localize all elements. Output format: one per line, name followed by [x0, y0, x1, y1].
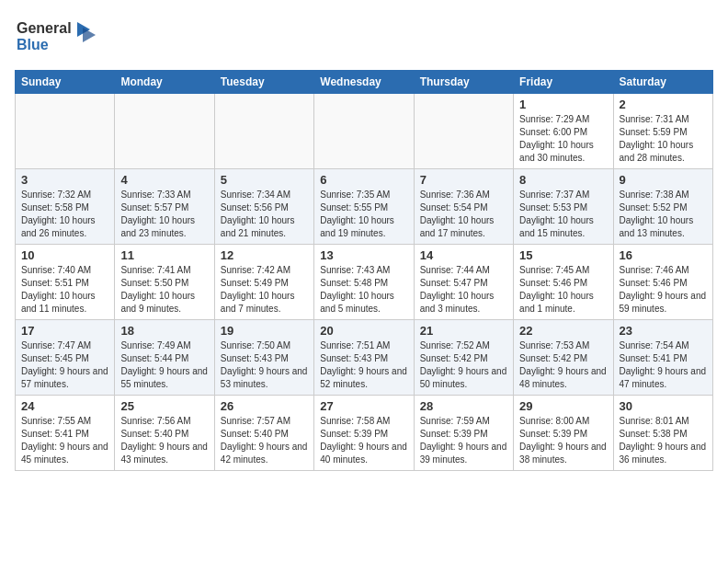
day-number: 20 [320, 324, 407, 338]
day-cell: 4Sunrise: 7:33 AM Sunset: 5:57 PM Daylig… [115, 169, 214, 245]
day-cell [314, 94, 414, 169]
day-cell: 27Sunrise: 7:58 AM Sunset: 5:39 PM Dayli… [314, 396, 414, 471]
day-info: Sunrise: 7:42 AM Sunset: 5:49 PM Dayligh… [221, 264, 308, 316]
day-number: 4 [120, 173, 208, 187]
svg-text:General: General [17, 20, 72, 36]
day-number: 27 [320, 399, 407, 413]
day-info: Sunrise: 7:54 AM Sunset: 5:41 PM Dayligh… [620, 339, 707, 391]
day-number: 17 [21, 324, 108, 338]
day-info: Sunrise: 7:35 AM Sunset: 5:55 PM Dayligh… [320, 189, 407, 240]
day-number: 12 [221, 248, 308, 262]
day-cell: 17Sunrise: 7:47 AM Sunset: 5:45 PM Dayli… [16, 320, 115, 396]
svg-text:Blue: Blue [17, 37, 49, 52]
week-row-5: 24Sunrise: 7:55 AM Sunset: 5:41 PM Dayli… [16, 396, 713, 471]
day-cell: 14Sunrise: 7:44 AM Sunset: 5:47 PM Dayli… [414, 245, 513, 320]
day-number: 2 [620, 98, 707, 111]
page: General Blue SundayMondayTuesdayWednesda… [0, 0, 728, 486]
day-cell: 24Sunrise: 7:55 AM Sunset: 5:41 PM Dayli… [16, 396, 115, 471]
day-info: Sunrise: 7:49 AM Sunset: 5:44 PM Dayligh… [120, 339, 208, 391]
day-cell: 3Sunrise: 7:32 AM Sunset: 5:58 PM Daylig… [16, 169, 115, 245]
day-info: Sunrise: 7:58 AM Sunset: 5:39 PM Dayligh… [320, 415, 407, 466]
day-info: Sunrise: 8:00 AM Sunset: 5:39 PM Dayligh… [519, 415, 607, 466]
day-number: 1 [519, 98, 607, 111]
day-info: Sunrise: 7:55 AM Sunset: 5:41 PM Dayligh… [21, 415, 108, 466]
day-cell: 22Sunrise: 7:53 AM Sunset: 5:42 PM Dayli… [514, 320, 613, 396]
day-number: 25 [120, 399, 208, 413]
day-number: 23 [620, 324, 707, 338]
day-info: Sunrise: 7:38 AM Sunset: 5:52 PM Dayligh… [620, 189, 707, 240]
day-cell: 16Sunrise: 7:46 AM Sunset: 5:46 PM Dayli… [613, 245, 712, 320]
day-cell: 25Sunrise: 7:56 AM Sunset: 5:40 PM Dayli… [115, 396, 214, 471]
header-row: SundayMondayTuesdayWednesdayThursdayFrid… [16, 71, 713, 94]
day-info: Sunrise: 7:41 AM Sunset: 5:50 PM Dayligh… [120, 264, 208, 316]
day-number: 22 [519, 324, 607, 338]
col-header-monday: Monday [115, 71, 214, 94]
calendar-table: SundayMondayTuesdayWednesdayThursdayFrid… [15, 70, 713, 471]
day-number: 18 [120, 324, 208, 338]
col-header-thursday: Thursday [414, 71, 513, 94]
day-cell: 12Sunrise: 7:42 AM Sunset: 5:49 PM Dayli… [214, 245, 313, 320]
day-info: Sunrise: 7:56 AM Sunset: 5:40 PM Dayligh… [120, 415, 208, 466]
day-cell: 10Sunrise: 7:40 AM Sunset: 5:51 PM Dayli… [16, 245, 115, 320]
day-number: 28 [420, 399, 507, 413]
day-cell: 23Sunrise: 7:54 AM Sunset: 5:41 PM Dayli… [613, 320, 712, 396]
col-header-friday: Friday [514, 71, 613, 94]
day-info: Sunrise: 7:29 AM Sunset: 6:00 PM Dayligh… [519, 113, 607, 165]
day-info: Sunrise: 7:34 AM Sunset: 5:56 PM Dayligh… [221, 189, 308, 240]
day-number: 13 [320, 248, 407, 262]
day-cell [414, 94, 513, 169]
day-info: Sunrise: 7:37 AM Sunset: 5:53 PM Dayligh… [519, 189, 607, 240]
day-cell: 15Sunrise: 7:45 AM Sunset: 5:46 PM Dayli… [514, 245, 613, 320]
day-info: Sunrise: 7:45 AM Sunset: 5:46 PM Dayligh… [519, 264, 607, 316]
day-info: Sunrise: 7:50 AM Sunset: 5:43 PM Dayligh… [221, 339, 308, 391]
col-header-saturday: Saturday [613, 71, 712, 94]
day-info: Sunrise: 7:53 AM Sunset: 5:42 PM Dayligh… [519, 339, 607, 391]
day-info: Sunrise: 7:59 AM Sunset: 5:39 PM Dayligh… [420, 415, 507, 466]
day-info: Sunrise: 7:36 AM Sunset: 5:54 PM Dayligh… [420, 189, 507, 240]
day-info: Sunrise: 7:52 AM Sunset: 5:42 PM Dayligh… [420, 339, 507, 391]
day-cell: 13Sunrise: 7:43 AM Sunset: 5:48 PM Dayli… [314, 245, 414, 320]
day-cell: 11Sunrise: 7:41 AM Sunset: 5:50 PM Dayli… [115, 245, 214, 320]
day-info: Sunrise: 7:46 AM Sunset: 5:46 PM Dayligh… [620, 264, 707, 316]
col-header-wednesday: Wednesday [314, 71, 414, 94]
day-number: 16 [620, 248, 707, 262]
day-cell: 5Sunrise: 7:34 AM Sunset: 5:56 PM Daylig… [214, 169, 313, 245]
col-header-sunday: Sunday [16, 71, 115, 94]
day-cell: 21Sunrise: 7:52 AM Sunset: 5:42 PM Dayli… [414, 320, 513, 396]
day-number: 26 [221, 399, 308, 413]
day-number: 8 [519, 173, 607, 187]
day-info: Sunrise: 7:44 AM Sunset: 5:47 PM Dayligh… [420, 264, 507, 316]
day-cell [115, 94, 214, 169]
day-cell: 8Sunrise: 7:37 AM Sunset: 5:53 PM Daylig… [514, 169, 613, 245]
day-number: 6 [320, 173, 407, 187]
day-number: 3 [21, 173, 108, 187]
day-info: Sunrise: 7:57 AM Sunset: 5:40 PM Dayligh… [221, 415, 308, 466]
day-info: Sunrise: 7:43 AM Sunset: 5:48 PM Dayligh… [320, 264, 407, 316]
day-cell: 7Sunrise: 7:36 AM Sunset: 5:54 PM Daylig… [414, 169, 513, 245]
week-row-2: 3Sunrise: 7:32 AM Sunset: 5:58 PM Daylig… [16, 169, 713, 245]
day-info: Sunrise: 7:31 AM Sunset: 5:59 PM Dayligh… [620, 113, 707, 165]
day-number: 5 [221, 173, 308, 187]
day-number: 7 [420, 173, 507, 187]
day-cell: 6Sunrise: 7:35 AM Sunset: 5:55 PM Daylig… [314, 169, 414, 245]
day-cell: 9Sunrise: 7:38 AM Sunset: 5:52 PM Daylig… [613, 169, 712, 245]
day-cell: 19Sunrise: 7:50 AM Sunset: 5:43 PM Dayli… [214, 320, 313, 396]
week-row-3: 10Sunrise: 7:40 AM Sunset: 5:51 PM Dayli… [16, 245, 713, 320]
day-number: 30 [620, 399, 707, 413]
day-number: 19 [221, 324, 308, 338]
day-cell: 18Sunrise: 7:49 AM Sunset: 5:44 PM Dayli… [115, 320, 214, 396]
day-info: Sunrise: 7:51 AM Sunset: 5:43 PM Dayligh… [320, 339, 407, 391]
day-info: Sunrise: 7:33 AM Sunset: 5:57 PM Dayligh… [120, 189, 208, 240]
col-header-tuesday: Tuesday [214, 71, 313, 94]
day-cell [214, 94, 313, 169]
day-number: 29 [519, 399, 607, 413]
day-number: 9 [620, 173, 707, 187]
logo-text: General Blue [15, 15, 97, 59]
day-info: Sunrise: 7:47 AM Sunset: 5:45 PM Dayligh… [21, 339, 108, 391]
day-cell: 20Sunrise: 7:51 AM Sunset: 5:43 PM Dayli… [314, 320, 414, 396]
day-info: Sunrise: 8:01 AM Sunset: 5:38 PM Dayligh… [620, 415, 707, 466]
day-cell: 30Sunrise: 8:01 AM Sunset: 5:38 PM Dayli… [613, 396, 712, 471]
day-cell: 28Sunrise: 7:59 AM Sunset: 5:39 PM Dayli… [414, 396, 513, 471]
day-cell: 2Sunrise: 7:31 AM Sunset: 5:59 PM Daylig… [613, 94, 712, 169]
day-number: 14 [420, 248, 507, 262]
